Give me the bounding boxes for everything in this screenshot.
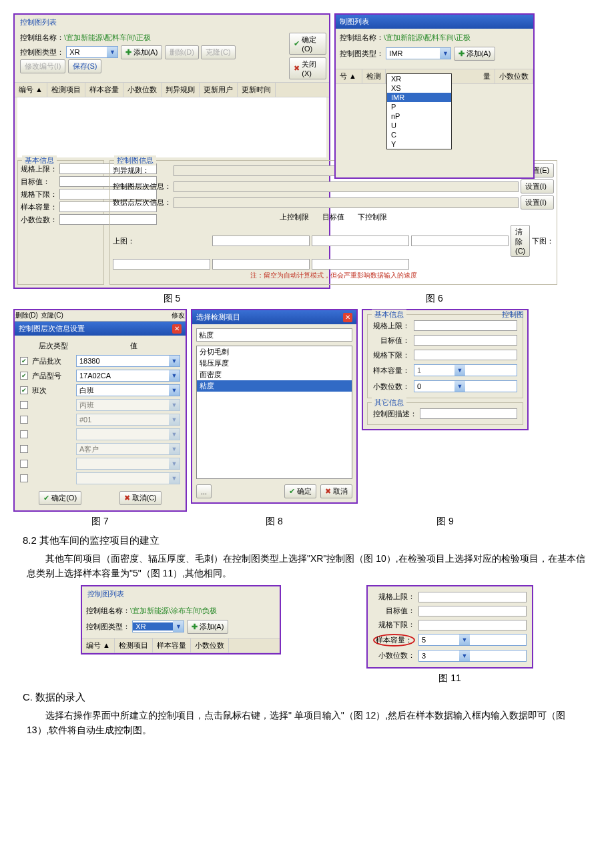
cancel-button[interactable]: 取消(C) — [119, 491, 162, 505]
note: 注：留空为自动计算模式，但会严重影响数据输入的速度 — [113, 270, 554, 282]
point-input[interactable] — [174, 197, 519, 208]
clone-button[interactable]: 克隆(C) — [201, 45, 235, 59]
table-header: 编号 ▲检测项目样本容量小数位数判异规则更新用户更新时间 — [15, 82, 329, 97]
checkbox[interactable] — [20, 460, 28, 468]
ok-button[interactable]: 确定(O) — [39, 491, 81, 505]
lsl-input[interactable] — [414, 350, 517, 360]
value-select: 丙班▼ — [76, 399, 180, 411]
dialog-title: 选择检测项目 — [196, 312, 240, 322]
add-button[interactable]: 添加(A) — [454, 47, 496, 61]
dialog-title: 控制图层次信息设置 — [19, 324, 85, 334]
cancel-button[interactable]: 取消 — [320, 484, 352, 498]
value-select: ▼ — [76, 458, 180, 470]
item-list[interactable]: 分切毛刺 辊压厚度 面密度 粘度 — [196, 346, 352, 479]
type-select[interactable]: IMR▼ — [386, 47, 451, 59]
group-path: \宜加新能源\配料车间\正极 — [384, 33, 471, 41]
value-select: A客户▼ — [76, 443, 180, 455]
value-select[interactable]: 白班▼ — [76, 384, 180, 396]
figure-11: 规格上限： 目标值： 规格下限： 样本容量：5▼ 小数位数：3▼ — [366, 585, 533, 669]
delete-button[interactable]: 删除(D) — [165, 45, 199, 59]
target-input[interactable] — [414, 335, 517, 346]
edit-button[interactable]: 修改编号(I) — [20, 59, 65, 73]
value-select[interactable]: 17A02CA▼ — [76, 370, 180, 382]
value-select: #01▼ — [76, 414, 180, 426]
figure-10: 控制图列表 控制组名称：\宜加新能源\涂布车间\负极 控制图类型： XR▼ 添加… — [81, 585, 281, 655]
usl-input[interactable] — [418, 592, 527, 602]
set-btn-3[interactable]: 设置(I) — [521, 195, 555, 209]
close-icon[interactable]: ✕ — [343, 313, 352, 322]
checkbox[interactable] — [20, 416, 28, 424]
close-icon[interactable]: ✕ — [172, 324, 182, 334]
save-button[interactable]: 保存(S) — [68, 59, 102, 73]
ok-button[interactable]: 确定(O) — [289, 33, 326, 55]
type-dropdown[interactable]: XRXSIMRPnPUCY — [386, 73, 452, 149]
checkbox[interactable] — [20, 357, 28, 365]
section-8-2: 8.2 其他车间的监控项目的建立 — [23, 534, 601, 547]
type-select[interactable]: XR▼ — [66, 46, 118, 58]
value-select[interactable]: 18380▼ — [76, 355, 180, 367]
checkbox[interactable] — [20, 430, 28, 438]
checkbox[interactable] — [20, 372, 28, 380]
search-input[interactable] — [196, 328, 352, 342]
sample-select[interactable]: 5▼ — [418, 634, 527, 646]
figure-7: 删除(D)克隆(C)修改 控制图层次信息设置✕ 层次类型值 产品批次18380▼… — [13, 309, 187, 512]
table-header: 编号 ▲检测项目样本容量小数位数 — [82, 638, 280, 653]
add-button[interactable]: 添加(A) — [121, 45, 163, 59]
paragraph-2: 选择右操作界面中所建立的控制项目，点击鼠标右键，选择" 单项目输入"（图 12）… — [13, 708, 601, 738]
close-button[interactable]: 关闭(X) — [289, 57, 326, 79]
checkbox[interactable] — [20, 386, 28, 394]
type-select[interactable]: XR▼ — [132, 620, 184, 632]
paragraph-1: 其他车间项目（面密度、辐压厚度、毛刺）在控制图类型上选择"XR"控制图（图 10… — [13, 551, 601, 581]
value-select: ▼ — [76, 472, 180, 484]
caption-5: 图 5 — [13, 293, 330, 305]
figure-9: 基本信息 控制图 规格上限： 目标值： 规格下限： 样本容量：1▼ 小数位数：0… — [362, 309, 529, 430]
section-c: C. 数据的录入 — [23, 691, 601, 704]
calc-button: 计算(J) — [411, 236, 509, 246]
ok-button[interactable]: 确定 — [284, 484, 316, 498]
set-btn-2[interactable]: 设置(I) — [521, 179, 555, 193]
checkbox[interactable] — [20, 474, 28, 482]
usl-input[interactable] — [414, 320, 517, 331]
group-path: \宜加新能源\涂布车间\负极 — [130, 606, 217, 614]
lsl-input[interactable] — [418, 620, 527, 630]
group-path: \宜加新能源\配料车间\正极 — [64, 33, 151, 41]
caption-6: 图 6 — [334, 293, 535, 305]
clear-button[interactable]: 清除(C) — [511, 225, 530, 257]
sample-select[interactable]: 1▼ — [414, 364, 517, 376]
circled-label: 样本容量： — [373, 634, 415, 646]
type-label: 控制图类型： — [20, 48, 64, 56]
group-label: 控制组名称： — [20, 33, 64, 41]
table-body — [17, 97, 326, 157]
dec-select[interactable]: 0▼ — [414, 380, 517, 392]
checkbox[interactable] — [20, 401, 28, 409]
layer-input[interactable] — [174, 181, 519, 192]
checkbox[interactable] — [20, 445, 28, 453]
add-button[interactable]: 添加(A) — [187, 620, 229, 634]
target-input[interactable] — [418, 606, 527, 616]
desc-input[interactable] — [420, 408, 517, 419]
more-button[interactable]: ... — [196, 484, 212, 498]
dec-select[interactable]: 3▼ — [418, 650, 527, 662]
figure-5: 控制图列表 控制组名称：\宜加新能源\配料车间\正极 控制图类型： XR▼ 添加… — [13, 13, 330, 289]
figure-8: 选择检测项目✕ 分切毛刺 辊压厚度 面密度 粘度 ... 确定 取消 — [191, 309, 358, 504]
figure-6: 制图列表 控制组名称：\宜加新能源\配料车间\正极 控制图类型： IMR▼ 添加… — [334, 13, 535, 179]
value-select: ▼ — [76, 428, 180, 440]
panel-title: 控制图列表 — [15, 15, 329, 30]
title-fragment: 制图列表 — [336, 15, 533, 29]
